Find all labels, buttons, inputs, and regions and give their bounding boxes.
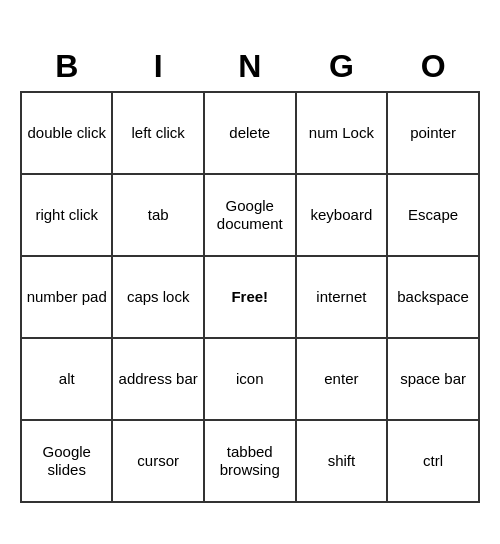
bingo-cell-0-0: double click xyxy=(21,92,112,174)
bingo-row-3: altaddress bariconenterspace bar xyxy=(21,338,479,420)
bingo-cell-0-2: delete xyxy=(204,92,296,174)
bingo-header-g: G xyxy=(296,42,388,92)
bingo-header-i: I xyxy=(112,42,203,92)
bingo-cell-3-0: alt xyxy=(21,338,112,420)
bingo-cell-4-0: Google slides xyxy=(21,420,112,502)
bingo-cell-3-1: address bar xyxy=(112,338,203,420)
bingo-cell-4-2: tabbed browsing xyxy=(204,420,296,502)
bingo-row-1: right clicktabGoogle documentkeyboardEsc… xyxy=(21,174,479,256)
bingo-cell-3-2: icon xyxy=(204,338,296,420)
bingo-row-0: double clickleft clickdeletenum Lockpoin… xyxy=(21,92,479,174)
bingo-cell-0-1: left click xyxy=(112,92,203,174)
bingo-cell-0-3: num Lock xyxy=(296,92,388,174)
bingo-cell-0-4: pointer xyxy=(387,92,479,174)
bingo-cell-4-4: ctrl xyxy=(387,420,479,502)
bingo-card: BINGO double clickleft clickdeletenum Lo… xyxy=(20,42,480,503)
bingo-cell-2-0: number pad xyxy=(21,256,112,338)
bingo-cell-1-1: tab xyxy=(112,174,203,256)
bingo-cell-3-3: enter xyxy=(296,338,388,420)
bingo-cell-2-2: Free! xyxy=(204,256,296,338)
bingo-cell-3-4: space bar xyxy=(387,338,479,420)
bingo-cell-1-2: Google document xyxy=(204,174,296,256)
bingo-row-4: Google slidescursortabbed browsingshiftc… xyxy=(21,420,479,502)
bingo-header-n: N xyxy=(204,42,296,92)
bingo-row-2: number padcaps lockFree!internetbackspac… xyxy=(21,256,479,338)
bingo-cell-2-1: caps lock xyxy=(112,256,203,338)
bingo-cell-2-3: internet xyxy=(296,256,388,338)
bingo-cell-1-3: keyboard xyxy=(296,174,388,256)
bingo-cell-1-0: right click xyxy=(21,174,112,256)
bingo-header-b: B xyxy=(21,42,112,92)
bingo-cell-1-4: Escape xyxy=(387,174,479,256)
bingo-cell-4-3: shift xyxy=(296,420,388,502)
bingo-cell-4-1: cursor xyxy=(112,420,203,502)
bingo-cell-2-4: backspace xyxy=(387,256,479,338)
bingo-header-o: O xyxy=(387,42,479,92)
